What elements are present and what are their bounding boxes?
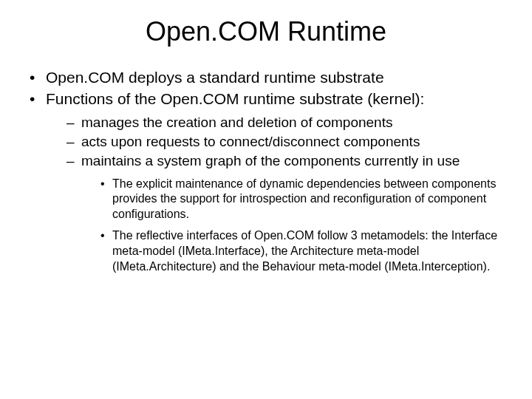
- bullet-text: manages the creation and deletion of com…: [81, 115, 392, 130]
- list-item: acts upon requests to connect/disconnect…: [66, 133, 510, 151]
- bullet-text: Functions of the Open.COM runtime substr…: [46, 90, 424, 107]
- bullet-text: maintains a system graph of the componen…: [81, 153, 460, 168]
- list-item: maintains a system graph of the componen…: [66, 152, 510, 274]
- list-item: The reflective interfaces of Open.COM fo…: [100, 228, 510, 274]
- bullet-text: The reflective interfaces of Open.COM fo…: [112, 229, 497, 273]
- list-item: manages the creation and deletion of com…: [66, 114, 510, 132]
- list-item: Open.COM deploys a standard runtime subs…: [30, 68, 510, 88]
- bullet-text: The explicit maintenance of dynamic depe…: [112, 177, 496, 221]
- slide: Open.COM Runtime Open.COM deploys a stan…: [0, 0, 532, 399]
- list-item: The explicit maintenance of dynamic depe…: [100, 177, 510, 222]
- bullet-list-level2: manages the creation and deletion of com…: [46, 114, 510, 275]
- bullet-list-level1: Open.COM deploys a standard runtime subs…: [22, 68, 510, 274]
- slide-title: Open.COM Runtime: [22, 16, 510, 47]
- bullet-list-level3: The explicit maintenance of dynamic depe…: [81, 177, 510, 275]
- bullet-text: Open.COM deploys a standard runtime subs…: [46, 69, 384, 86]
- bullet-text: acts upon requests to connect/disconnect…: [81, 134, 420, 149]
- list-item: Functions of the Open.COM runtime substr…: [30, 89, 510, 275]
